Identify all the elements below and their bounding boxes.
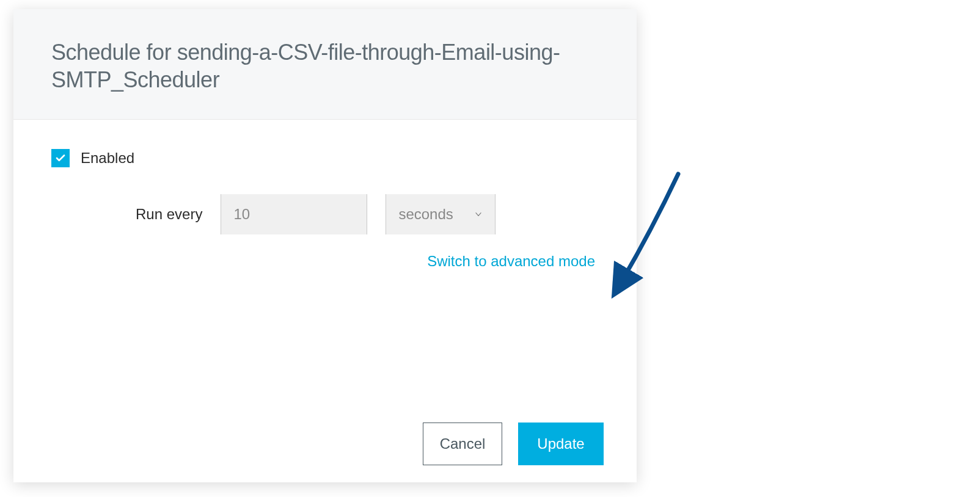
update-button[interactable]: Update xyxy=(518,423,604,465)
dialog-footer: Cancel Update xyxy=(423,423,604,465)
dialog-body: Enabled Run every seconds Switch to adva… xyxy=(13,120,637,482)
interval-value-input[interactable] xyxy=(221,194,367,234)
enabled-row: Enabled xyxy=(51,149,599,167)
dialog-title: Schedule for sending-a-CSV-file-through-… xyxy=(51,38,599,93)
chevron-down-icon xyxy=(474,210,483,219)
enabled-checkbox[interactable] xyxy=(51,149,70,167)
interval-row: Run every seconds xyxy=(136,194,599,234)
interval-unit-value: seconds xyxy=(398,206,474,223)
advanced-mode-row: Switch to advanced mode xyxy=(51,253,599,270)
interval-label: Run every xyxy=(136,206,202,223)
cancel-button[interactable]: Cancel xyxy=(423,423,502,465)
enabled-label: Enabled xyxy=(81,150,134,167)
dialog-header: Schedule for sending-a-CSV-file-through-… xyxy=(13,9,637,120)
check-icon xyxy=(55,153,66,164)
interval-unit-select[interactable]: seconds xyxy=(386,194,495,234)
advanced-mode-link[interactable]: Switch to advanced mode xyxy=(427,253,595,269)
schedule-dialog: Schedule for sending-a-CSV-file-through-… xyxy=(13,9,637,482)
